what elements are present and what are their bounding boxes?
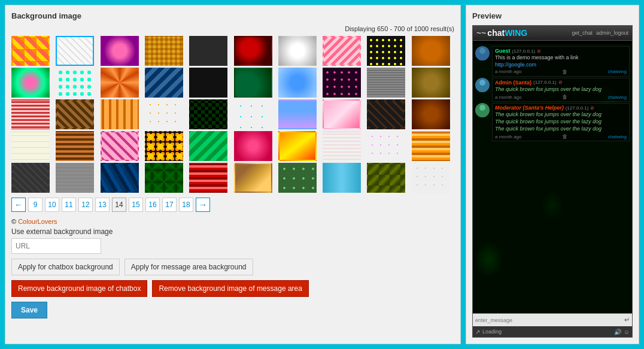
- page-18-button[interactable]: 18: [179, 198, 193, 212]
- message-user-row-2: Admin (Santa) (127.0.0.1) ⊘: [495, 80, 627, 86]
- avatar-admin: [475, 78, 490, 92]
- apply-chatbox-button[interactable]: Apply for chatbox background: [11, 259, 120, 275]
- bg-image-39[interactable]: [367, 131, 405, 161]
- bg-image-3[interactable]: [101, 36, 139, 66]
- bg-image-6[interactable]: [234, 36, 272, 66]
- page-10-button[interactable]: 10: [45, 198, 59, 212]
- bg-image-46[interactable]: [234, 163, 272, 193]
- message-text-1: This is a demo message with a link: [495, 54, 627, 62]
- bg-image-5[interactable]: [189, 36, 227, 66]
- bg-image-23[interactable]: [101, 99, 139, 129]
- bg-image-31[interactable]: [11, 131, 50, 161]
- bg-image-27[interactable]: [278, 99, 317, 129]
- bg-image-4[interactable]: [145, 36, 183, 66]
- bg-image-11[interactable]: [11, 68, 50, 98]
- bg-image-36[interactable]: [234, 131, 272, 161]
- bg-image-8[interactable]: [323, 36, 361, 66]
- bg-image-10[interactable]: [412, 36, 450, 66]
- chat-message-2: Admin (Santa) (127.0.0.1) ⊘ The quick br…: [475, 78, 630, 102]
- bg-image-28[interactable]: [323, 99, 361, 129]
- avatar-guest: [475, 46, 490, 60]
- colour-lovers-link[interactable]: ColourLovers: [18, 218, 57, 225]
- message-meta-3: a month ago 🗑 chatwing: [495, 133, 627, 139]
- msg-ip-3: (127.0.0.1): [566, 105, 589, 111]
- page-9-button[interactable]: 9: [28, 198, 42, 212]
- bg-image-25[interactable]: [189, 99, 227, 129]
- bg-image-16[interactable]: [234, 68, 272, 98]
- smiley-icon[interactable]: ☺: [624, 329, 630, 335]
- message-source-3: chatwing: [607, 134, 627, 139]
- login-icon[interactable]: ↗: [475, 329, 480, 335]
- message-user-row-1: Guest (127.0.0.1) ⊘: [495, 48, 627, 54]
- bg-image-37[interactable]: [278, 131, 317, 161]
- bg-image-49[interactable]: [367, 163, 405, 193]
- bg-image-2[interactable]: [56, 36, 94, 66]
- prev-page-button[interactable]: ←: [11, 198, 26, 212]
- bg-image-41[interactable]: [11, 163, 50, 193]
- bg-image-21[interactable]: [11, 99, 50, 129]
- bg-image-47[interactable]: [278, 163, 317, 193]
- page-15-button[interactable]: 15: [129, 198, 143, 212]
- right-panel: Preview ~~ chatWING get_chat admin_logou…: [466, 5, 639, 344]
- avatar-moderator: [475, 103, 490, 117]
- colour-lovers-prefix: ©: [11, 218, 18, 225]
- chatwing-icon: ~~: [476, 28, 486, 38]
- bg-image-33[interactable]: [101, 131, 139, 161]
- bg-image-7[interactable]: [278, 36, 317, 66]
- chat-header-links: get_chat admin_logout: [572, 30, 628, 36]
- apply-message-area-button[interactable]: Apply for message area background: [124, 259, 253, 275]
- bg-image-22[interactable]: [56, 99, 94, 129]
- bg-image-19[interactable]: [367, 68, 405, 98]
- next-page-button[interactable]: →: [196, 198, 210, 212]
- bg-image-40[interactable]: [412, 131, 450, 161]
- bg-image-17[interactable]: [278, 68, 317, 98]
- bg-image-26[interactable]: [234, 99, 272, 129]
- bg-image-34[interactable]: [145, 131, 183, 161]
- bg-image-44[interactable]: [145, 163, 183, 193]
- bg-image-18[interactable]: [323, 68, 361, 98]
- delete-icon-3[interactable]: 🗑: [562, 133, 567, 139]
- save-button[interactable]: Save: [11, 302, 47, 318]
- bg-image-14[interactable]: [145, 68, 183, 98]
- bg-image-42[interactable]: [56, 163, 94, 193]
- bg-image-50[interactable]: [412, 163, 450, 193]
- svg-point-5: [478, 112, 487, 117]
- loading-text: Loading: [482, 329, 502, 335]
- page-13-button[interactable]: 13: [95, 198, 110, 212]
- chat-message-input[interactable]: [475, 317, 624, 323]
- bg-image-13[interactable]: [101, 68, 139, 98]
- bg-image-24[interactable]: [145, 99, 183, 129]
- volume-icon[interactable]: 🔊: [614, 329, 621, 335]
- bg-image-38[interactable]: [323, 131, 361, 161]
- remove-message-area-button[interactable]: Remove background image of message area: [152, 280, 308, 297]
- page-17-button[interactable]: 17: [162, 198, 177, 212]
- apply-buttons-row: Apply for chatbox background Apply for m…: [11, 259, 454, 275]
- remove-chatbox-button[interactable]: Remove background image of chatbox: [11, 280, 147, 297]
- admin-logout-link[interactable]: admin_logout: [596, 30, 628, 36]
- bg-image-15[interactable]: [189, 68, 227, 98]
- colour-lovers-credit: © ColourLovers: [11, 218, 454, 225]
- message-link-1[interactable]: http://google.com: [495, 62, 627, 68]
- page-11-button[interactable]: 11: [62, 198, 76, 212]
- bg-image-20[interactable]: [412, 68, 450, 98]
- url-input[interactable]: [11, 238, 101, 254]
- bg-image-12[interactable]: [56, 68, 94, 98]
- message-source-2: chatwing: [607, 95, 627, 100]
- bg-image-43[interactable]: [101, 163, 139, 193]
- chat-logo: ~~ chatWING: [476, 28, 527, 38]
- page-12-button[interactable]: 12: [78, 198, 93, 212]
- bg-image-35[interactable]: [189, 131, 227, 161]
- chat-send-button[interactable]: ↵: [624, 316, 630, 324]
- bg-image-30[interactable]: [412, 99, 450, 129]
- bg-image-29[interactable]: [367, 99, 405, 129]
- delete-icon-1[interactable]: 🗑: [562, 69, 567, 75]
- bg-image-9[interactable]: [367, 36, 405, 66]
- bg-image-48[interactable]: [323, 163, 361, 193]
- delete-icon-2[interactable]: 🗑: [562, 94, 567, 100]
- get-chat-link[interactable]: get_chat: [572, 30, 593, 36]
- page-16-button[interactable]: 16: [145, 198, 160, 212]
- bg-image-1[interactable]: [11, 36, 50, 66]
- page-14-button[interactable]: 14: [112, 198, 126, 212]
- bg-image-32[interactable]: [56, 131, 94, 161]
- bg-image-45[interactable]: [189, 163, 227, 193]
